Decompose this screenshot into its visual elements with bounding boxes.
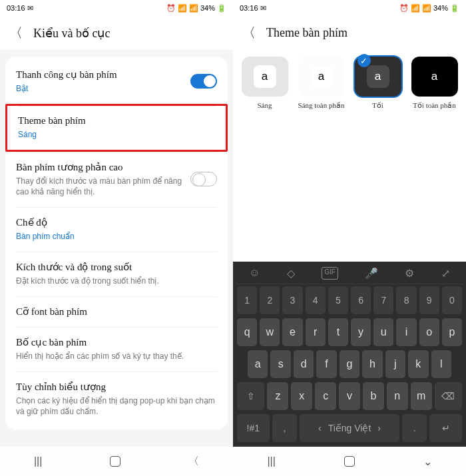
status-time: 03:16 bbox=[7, 4, 25, 12]
enter-key[interactable]: ↵ bbox=[429, 414, 462, 442]
notif-icon: ✉ bbox=[27, 4, 33, 13]
setting-title: Tùy chỉnh biểu tượng bbox=[16, 381, 217, 393]
theme-sample-key: a bbox=[254, 65, 276, 88]
shift-key[interactable]: ⇧ bbox=[237, 382, 264, 410]
theme-option[interactable]: aSáng bbox=[238, 57, 291, 110]
period-key[interactable]: . bbox=[402, 414, 427, 442]
key-e[interactable]: e bbox=[282, 318, 302, 346]
theme-sample-key: a bbox=[310, 65, 333, 88]
battery-text: 34% bbox=[433, 4, 448, 12]
key-x[interactable]: x bbox=[291, 382, 312, 410]
key-o[interactable]: o bbox=[419, 318, 439, 346]
theme-label: Tối toàn phần bbox=[413, 101, 456, 110]
setting-sub: Bàn phím chuẩn bbox=[16, 231, 217, 242]
back-icon[interactable]: 〈 bbox=[242, 24, 256, 42]
sticker-icon[interactable]: ◇ bbox=[287, 267, 295, 280]
voice-icon[interactable]: 🎤 bbox=[365, 267, 378, 280]
key-q[interactable]: q bbox=[237, 318, 257, 346]
expand-icon[interactable]: ⤢ bbox=[441, 267, 450, 280]
setting-layout[interactable]: Bố cục bàn phím Hiển thị hoặc ẩn các phí… bbox=[5, 327, 228, 371]
key-d[interactable]: d bbox=[294, 350, 314, 378]
emoji-icon[interactable]: ☺ bbox=[249, 267, 260, 280]
key-w[interactable]: w bbox=[260, 318, 280, 346]
theme-thumb: a✓ bbox=[355, 57, 401, 97]
header: 〈 Kiểu và bố cục bbox=[0, 16, 233, 50]
status-time: 03:16 bbox=[240, 4, 258, 12]
comma-key[interactable]: , bbox=[272, 414, 297, 442]
back-nav-icon[interactable]: 〈 bbox=[188, 455, 199, 469]
key-0[interactable]: 0 bbox=[442, 286, 462, 314]
key-9[interactable]: 9 bbox=[419, 286, 439, 314]
key-t[interactable]: t bbox=[328, 318, 348, 346]
theme-thumb: a bbox=[298, 57, 345, 97]
key-h[interactable]: h bbox=[362, 350, 382, 378]
key-z[interactable]: z bbox=[267, 382, 288, 410]
key-4[interactable]: 4 bbox=[306, 286, 326, 314]
keyboard-toolbar: ☺ ◇ GIF 🎤 ⚙ ⤢ bbox=[236, 264, 463, 284]
setting-keyboard-toolbar[interactable]: Thanh công cụ bàn phím Bật bbox=[5, 59, 228, 104]
battery-icon: 🔋 bbox=[217, 4, 226, 13]
setting-high-contrast[interactable]: Bàn phím tương phản cao Thay đổi kích th… bbox=[5, 152, 228, 208]
key-p[interactable]: p bbox=[442, 318, 462, 346]
key-f[interactable]: f bbox=[316, 350, 336, 378]
recents-icon[interactable]: ||| bbox=[34, 455, 42, 467]
setting-keyboard-theme[interactable]: Theme bàn phím Sáng bbox=[5, 104, 228, 152]
space-key[interactable]: ‹ Tiếng Việt › bbox=[300, 414, 399, 442]
setting-custom-symbols[interactable]: Tùy chỉnh biểu tượng Chọn các ký hiệu để… bbox=[5, 371, 228, 427]
setting-font-size[interactable]: Cỡ font bàn phím bbox=[5, 296, 228, 327]
key-6[interactable]: 6 bbox=[351, 286, 371, 314]
chevron-right-icon: › bbox=[377, 423, 381, 433]
theme-label: Sáng toàn phần bbox=[298, 101, 345, 110]
key-g[interactable]: g bbox=[340, 350, 359, 378]
gif-icon[interactable]: GIF bbox=[322, 267, 338, 280]
home-icon[interactable] bbox=[344, 456, 355, 467]
key-r[interactable]: r bbox=[306, 318, 326, 346]
key-v[interactable]: v bbox=[339, 382, 360, 410]
key-k[interactable]: k bbox=[408, 350, 428, 378]
theme-option[interactable]: aTối toàn phần bbox=[408, 57, 461, 110]
settings-list: Thanh công cụ bàn phím Bật Theme bàn phí… bbox=[5, 57, 228, 429]
keyboard-hide-icon[interactable]: ⌄ bbox=[423, 455, 432, 468]
theme-sample-key: a bbox=[367, 65, 389, 88]
key-b[interactable]: b bbox=[363, 382, 384, 410]
key-j[interactable]: j bbox=[385, 350, 405, 378]
key-n[interactable]: n bbox=[387, 382, 408, 410]
key-3[interactable]: 3 bbox=[282, 286, 302, 314]
check-icon: ✓ bbox=[357, 54, 371, 67]
alarm-icon: ⏰ bbox=[399, 4, 409, 13]
key-c[interactable]: c bbox=[315, 382, 336, 410]
theme-thumb: a bbox=[242, 57, 288, 97]
key-5[interactable]: 5 bbox=[328, 286, 348, 314]
key-a[interactable]: a bbox=[248, 350, 268, 378]
symbols-key[interactable]: !#1 bbox=[237, 414, 270, 442]
setting-size-opacity[interactable]: Kích thước và độ trong suốt Đặt kích thư… bbox=[5, 252, 228, 296]
chevron-left-icon: ‹ bbox=[318, 423, 322, 433]
theme-option[interactable]: aSáng toàn phần bbox=[295, 57, 348, 110]
key-m[interactable]: m bbox=[411, 382, 432, 410]
key-8[interactable]: 8 bbox=[396, 286, 416, 314]
key-2[interactable]: 2 bbox=[260, 286, 280, 314]
page-title: Theme bàn phím bbox=[266, 26, 348, 40]
theme-label: Sáng bbox=[258, 101, 272, 110]
key-u[interactable]: u bbox=[373, 318, 393, 346]
key-1[interactable]: 1 bbox=[237, 286, 257, 314]
back-icon[interactable]: 〈 bbox=[9, 24, 23, 42]
signal-icon: 📶 bbox=[189, 4, 198, 13]
key-s[interactable]: s bbox=[270, 350, 290, 378]
theme-option[interactable]: a✓Tối bbox=[351, 57, 404, 110]
setting-title: Bố cục bàn phím bbox=[16, 336, 217, 348]
recents-icon[interactable]: ||| bbox=[267, 455, 275, 467]
toggle-on-icon[interactable] bbox=[190, 74, 217, 89]
notif-icon: ✉ bbox=[260, 4, 266, 13]
key-y[interactable]: y bbox=[351, 318, 371, 346]
header: 〈 Theme bàn phím bbox=[233, 16, 466, 50]
toggle-off-icon[interactable] bbox=[190, 172, 217, 186]
backspace-key[interactable]: ⌫ bbox=[435, 382, 462, 410]
home-icon[interactable] bbox=[110, 456, 120, 467]
setting-mode[interactable]: Chế độ Bàn phím chuẩn bbox=[5, 207, 228, 252]
setting-title: Cỡ font bàn phím bbox=[16, 306, 217, 318]
key-7[interactable]: 7 bbox=[373, 286, 393, 314]
settings-icon[interactable]: ⚙ bbox=[405, 267, 414, 280]
key-i[interactable]: i bbox=[396, 318, 416, 346]
key-l[interactable]: l bbox=[431, 350, 451, 378]
